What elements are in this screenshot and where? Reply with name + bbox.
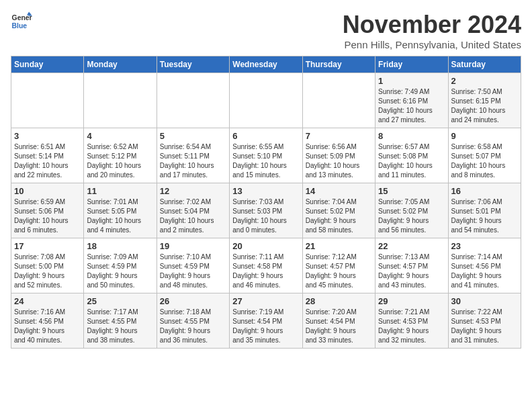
calendar-cell: 7Sunrise: 6:56 AM Sunset: 5:09 PM Daylig… <box>302 128 375 183</box>
calendar-cell: 15Sunrise: 7:05 AM Sunset: 5:02 PM Dayli… <box>375 183 448 238</box>
calendar-week-3: 10Sunrise: 6:59 AM Sunset: 5:06 PM Dayli… <box>11 183 521 238</box>
day-info: Sunrise: 6:55 AM Sunset: 5:10 PM Dayligh… <box>232 142 299 180</box>
calendar-cell: 24Sunrise: 7:16 AM Sunset: 4:56 PM Dayli… <box>11 293 84 349</box>
weekday-header-saturday: Saturday <box>448 56 521 73</box>
day-info: Sunrise: 7:06 AM Sunset: 5:01 PM Dayligh… <box>451 197 518 235</box>
day-number: 23 <box>451 241 518 251</box>
calendar-cell: 18Sunrise: 7:09 AM Sunset: 4:59 PM Dayli… <box>84 238 157 293</box>
day-number: 6 <box>232 131 299 141</box>
day-number: 17 <box>14 241 81 251</box>
day-number: 28 <box>306 296 372 306</box>
day-number: 13 <box>232 186 299 196</box>
calendar-cell: 28Sunrise: 7:20 AM Sunset: 4:54 PM Dayli… <box>302 293 375 349</box>
weekday-header-row: SundayMondayTuesdayWednesdayThursdayFrid… <box>11 56 521 73</box>
day-number: 7 <box>306 131 372 141</box>
day-info: Sunrise: 7:50 AM Sunset: 6:15 PM Dayligh… <box>451 87 518 125</box>
calendar-week-2: 3Sunrise: 6:51 AM Sunset: 5:14 PM Daylig… <box>11 128 521 183</box>
day-number: 24 <box>14 296 81 306</box>
weekday-header-friday: Friday <box>375 56 448 73</box>
calendar-cell: 14Sunrise: 7:04 AM Sunset: 5:02 PM Dayli… <box>302 183 375 238</box>
day-number: 2 <box>451 76 518 86</box>
day-number: 30 <box>451 296 518 306</box>
day-info: Sunrise: 7:16 AM Sunset: 4:56 PM Dayligh… <box>14 308 81 345</box>
day-info: Sunrise: 6:56 AM Sunset: 5:09 PM Dayligh… <box>306 142 372 180</box>
calendar-cell: 26Sunrise: 7:18 AM Sunset: 4:55 PM Dayli… <box>157 293 229 349</box>
day-number: 16 <box>451 186 518 196</box>
weekday-header-tuesday: Tuesday <box>157 56 229 73</box>
calendar-cell: 6Sunrise: 6:55 AM Sunset: 5:10 PM Daylig… <box>230 128 302 183</box>
day-number: 8 <box>378 131 445 141</box>
day-info: Sunrise: 7:05 AM Sunset: 5:02 PM Dayligh… <box>378 197 445 235</box>
calendar-cell: 17Sunrise: 7:08 AM Sunset: 5:00 PM Dayli… <box>11 238 84 293</box>
day-info: Sunrise: 7:12 AM Sunset: 4:57 PM Dayligh… <box>306 253 372 290</box>
day-number: 25 <box>87 296 153 306</box>
calendar-week-4: 17Sunrise: 7:08 AM Sunset: 5:00 PM Dayli… <box>11 238 521 293</box>
day-info: Sunrise: 7:04 AM Sunset: 5:02 PM Dayligh… <box>306 197 372 235</box>
day-info: Sunrise: 7:11 AM Sunset: 4:58 PM Dayligh… <box>232 253 299 290</box>
day-number: 10 <box>14 186 81 196</box>
day-number: 29 <box>378 296 445 306</box>
calendar-cell: 13Sunrise: 7:03 AM Sunset: 5:03 PM Dayli… <box>230 183 302 238</box>
calendar-cell: 20Sunrise: 7:11 AM Sunset: 4:58 PM Dayli… <box>230 238 302 293</box>
calendar-cell: 21Sunrise: 7:12 AM Sunset: 4:57 PM Dayli… <box>302 238 375 293</box>
day-info: Sunrise: 6:52 AM Sunset: 5:12 PM Dayligh… <box>87 142 153 180</box>
calendar-cell: 11Sunrise: 7:01 AM Sunset: 5:05 PM Dayli… <box>84 183 157 238</box>
day-info: Sunrise: 7:08 AM Sunset: 5:00 PM Dayligh… <box>14 253 81 290</box>
calendar-cell: 12Sunrise: 7:02 AM Sunset: 5:04 PM Dayli… <box>157 183 229 238</box>
day-info: Sunrise: 6:59 AM Sunset: 5:06 PM Dayligh… <box>14 197 81 235</box>
calendar-cell: 25Sunrise: 7:17 AM Sunset: 4:55 PM Dayli… <box>84 293 157 349</box>
title-area: November 2024 Penn Hills, Pennsylvania, … <box>343 11 521 50</box>
svg-text:Blue: Blue <box>12 22 28 30</box>
month-title: November 2024 <box>343 11 521 39</box>
logo-icon: General Blue <box>11 11 32 32</box>
day-info: Sunrise: 6:58 AM Sunset: 5:07 PM Dayligh… <box>451 142 518 180</box>
calendar-cell: 1Sunrise: 7:49 AM Sunset: 6:16 PM Daylig… <box>375 73 448 128</box>
calendar-cell: 9Sunrise: 6:58 AM Sunset: 5:07 PM Daylig… <box>448 128 521 183</box>
day-number: 12 <box>160 186 226 196</box>
calendar-cell: 30Sunrise: 7:22 AM Sunset: 4:53 PM Dayli… <box>448 293 521 349</box>
day-number: 19 <box>160 241 226 251</box>
day-info: Sunrise: 6:57 AM Sunset: 5:08 PM Dayligh… <box>378 142 445 180</box>
day-info: Sunrise: 7:49 AM Sunset: 6:16 PM Dayligh… <box>378 87 445 125</box>
day-info: Sunrise: 7:09 AM Sunset: 4:59 PM Dayligh… <box>87 253 153 290</box>
day-info: Sunrise: 7:13 AM Sunset: 4:57 PM Dayligh… <box>378 253 445 290</box>
day-number: 9 <box>451 131 518 141</box>
calendar-table: SundayMondayTuesdayWednesdayThursdayFrid… <box>11 56 521 349</box>
calendar-cell: 19Sunrise: 7:10 AM Sunset: 4:59 PM Dayli… <box>157 238 229 293</box>
day-number: 18 <box>87 241 153 251</box>
day-number: 14 <box>306 186 372 196</box>
calendar-week-5: 24Sunrise: 7:16 AM Sunset: 4:56 PM Dayli… <box>11 293 521 349</box>
day-number: 26 <box>160 296 226 306</box>
calendar-cell <box>84 73 157 128</box>
day-number: 22 <box>378 241 445 251</box>
day-info: Sunrise: 7:18 AM Sunset: 4:55 PM Dayligh… <box>160 308 226 345</box>
day-number: 27 <box>232 296 299 306</box>
day-number: 1 <box>378 76 445 86</box>
day-number: 20 <box>232 241 299 251</box>
calendar-cell: 16Sunrise: 7:06 AM Sunset: 5:01 PM Dayli… <box>448 183 521 238</box>
day-info: Sunrise: 7:17 AM Sunset: 4:55 PM Dayligh… <box>87 308 153 345</box>
day-info: Sunrise: 7:22 AM Sunset: 4:53 PM Dayligh… <box>451 308 518 345</box>
calendar-cell <box>157 73 229 128</box>
logo: General Blue <box>11 11 32 32</box>
day-info: Sunrise: 7:20 AM Sunset: 4:54 PM Dayligh… <box>306 308 372 345</box>
location-title: Penn Hills, Pennsylvania, United States <box>343 39 521 50</box>
calendar-cell: 10Sunrise: 6:59 AM Sunset: 5:06 PM Dayli… <box>11 183 84 238</box>
calendar-cell <box>302 73 375 128</box>
day-info: Sunrise: 7:10 AM Sunset: 4:59 PM Dayligh… <box>160 253 226 290</box>
header: General Blue November 2024 Penn Hills, P… <box>11 11 521 50</box>
day-info: Sunrise: 7:14 AM Sunset: 4:56 PM Dayligh… <box>451 253 518 290</box>
day-info: Sunrise: 7:03 AM Sunset: 5:03 PM Dayligh… <box>232 197 299 235</box>
calendar-cell: 22Sunrise: 7:13 AM Sunset: 4:57 PM Dayli… <box>375 238 448 293</box>
calendar-cell <box>11 73 84 128</box>
day-number: 21 <box>306 241 372 251</box>
calendar-cell: 29Sunrise: 7:21 AM Sunset: 4:53 PM Dayli… <box>375 293 448 349</box>
day-number: 4 <box>87 131 153 141</box>
day-number: 15 <box>378 186 445 196</box>
calendar-cell: 8Sunrise: 6:57 AM Sunset: 5:08 PM Daylig… <box>375 128 448 183</box>
calendar-cell: 23Sunrise: 7:14 AM Sunset: 4:56 PM Dayli… <box>448 238 521 293</box>
day-number: 3 <box>14 131 81 141</box>
day-info: Sunrise: 6:54 AM Sunset: 5:11 PM Dayligh… <box>160 142 226 180</box>
calendar-cell <box>230 73 302 128</box>
day-info: Sunrise: 7:21 AM Sunset: 4:53 PM Dayligh… <box>378 308 445 345</box>
